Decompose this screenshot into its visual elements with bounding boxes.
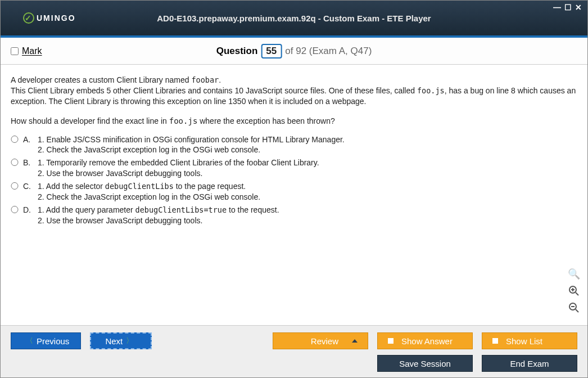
option-radio[interactable] — [11, 136, 19, 143]
brand-name: UMINGO — [37, 14, 76, 22]
titlebar: ✓ UMINGO AD0-E103.prepaway.premium.exam.… — [1, 1, 587, 38]
option-radio[interactable] — [11, 182, 19, 190]
show-list-button[interactable]: Show List — [482, 332, 577, 349]
option-text: 1. Add the selector debugClientLibs to t… — [38, 181, 577, 202]
option-text: 1. Temporarily remove the embedded Clien… — [38, 158, 577, 179]
review-button[interactable]: Review — [273, 332, 368, 349]
next-button[interactable]: Next 〉 — [90, 332, 152, 349]
save-session-button[interactable]: Save Session — [377, 355, 473, 372]
minimize-icon[interactable]: — — [553, 3, 561, 12]
zoom-in-icon[interactable] — [567, 284, 581, 298]
window-controls: — ☐ ✕ — [553, 3, 582, 12]
question-content: A developer creates a custom Client Libr… — [1, 65, 587, 318]
question-label: Question — [216, 46, 258, 57]
question-prompt: How should a developer find the exact li… — [11, 116, 577, 127]
triangle-up-icon — [352, 339, 358, 343]
previous-button[interactable]: 〈 Previous — [11, 332, 81, 349]
zoom-controls: 🔍 — [567, 267, 581, 314]
check-icon: ✓ — [23, 12, 34, 24]
app-title: AD0-E103.prepaway.premium.exam.92q - Cus… — [157, 14, 431, 23]
option-text: 1. Enable JS/CSS minification in OSGi co… — [38, 134, 577, 156]
maximize-icon[interactable]: ☐ — [564, 3, 572, 12]
end-exam-button[interactable]: End Exam — [482, 355, 577, 372]
option-letter: B. — [23, 158, 33, 168]
option-letter: D. — [23, 205, 33, 215]
zoom-out-icon[interactable] — [567, 301, 581, 314]
svg-line-1 — [576, 292, 578, 295]
mark-label[interactable]: Mark — [22, 46, 42, 56]
question-number: 55 — [261, 44, 282, 58]
option-radio[interactable] — [11, 159, 19, 166]
question-title: Question 55 of 92 (Exam A, Q47) — [216, 44, 372, 58]
option-b[interactable]: B. 1. Temporarily remove the embedded Cl… — [11, 158, 577, 179]
option-radio[interactable] — [11, 206, 19, 213]
chevron-right-icon: 〉 — [126, 336, 133, 346]
footer: 〈 Previous Next 〉 Review Show Answer Sho… — [1, 325, 587, 377]
mark-checkbox-wrap[interactable]: Mark — [11, 46, 42, 56]
option-text: 1. Add the query parameter debugClientLi… — [38, 205, 577, 226]
close-icon[interactable]: ✕ — [575, 3, 582, 12]
chevron-left-icon: 〈 — [26, 336, 33, 346]
option-letter: A. — [23, 134, 33, 145]
mark-checkbox[interactable] — [11, 47, 19, 55]
search-icon[interactable]: 🔍 — [567, 267, 581, 281]
options-list: A. 1. Enable JS/CSS minification in OSGi… — [11, 134, 577, 226]
show-answer-button[interactable]: Show Answer — [377, 332, 473, 349]
question-text: A developer creates a custom Client Libr… — [11, 75, 577, 107]
option-d[interactable]: D. 1. Add the query parameter debugClien… — [11, 205, 577, 226]
brand-logo: ✓ UMINGO — [1, 12, 76, 24]
option-letter: C. — [23, 181, 33, 192]
option-a[interactable]: A. 1. Enable JS/CSS minification in OSGi… — [11, 134, 577, 156]
square-icon — [492, 338, 498, 344]
question-bar: Mark Question 55 of 92 (Exam A, Q47) — [1, 38, 587, 65]
svg-line-5 — [576, 309, 578, 312]
question-rest: of 92 (Exam A, Q47) — [285, 46, 372, 57]
option-c[interactable]: C. 1. Add the selector debugClientLibs t… — [11, 181, 577, 202]
square-icon — [388, 338, 393, 344]
